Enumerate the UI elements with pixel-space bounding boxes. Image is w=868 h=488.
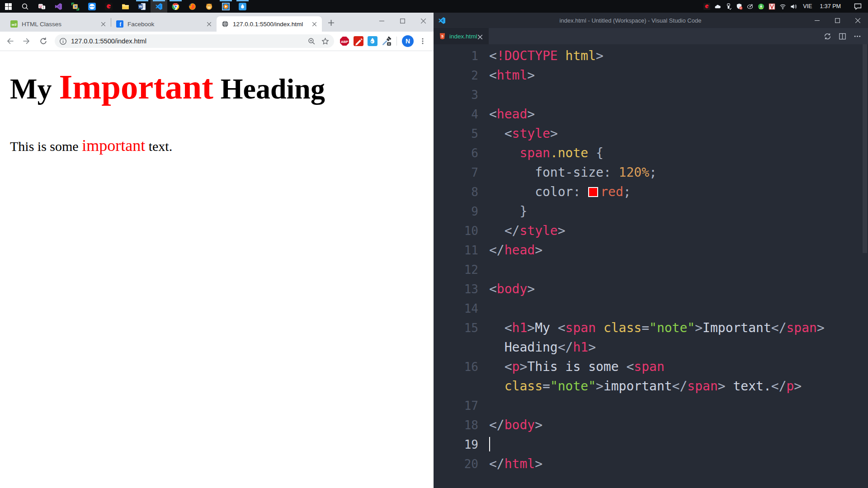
chrome-toolbar: 127.0.0.1:5500/index.html ABP N: [0, 32, 434, 51]
blue-drop-ext-icon[interactable]: [368, 36, 377, 46]
back-button[interactable]: [4, 35, 16, 47]
zoom-level-icon[interactable]: [307, 37, 316, 46]
adblock-plus-icon[interactable]: ABP: [340, 36, 349, 46]
defender-icon[interactable]: [736, 3, 743, 10]
split-editor-icon[interactable]: [839, 33, 846, 40]
code-text: [478, 437, 490, 452]
maximize-button[interactable]: [392, 13, 413, 29]
page-info-icon[interactable]: [59, 37, 67, 46]
code-editor[interactable]: 1<!DOCTYPE html>2<html>34<head>5 <style>…: [434, 44, 868, 488]
code-line[interactable]: 13<body>: [434, 279, 868, 299]
taskbar-unikey-button[interactable]: UI: [33, 0, 50, 13]
taskbar-start-button[interactable]: [0, 0, 17, 13]
taskbar-water-drop-button[interactable]: [234, 0, 251, 13]
code-text: color: red;: [478, 184, 631, 199]
forward-arrow-icon: [22, 37, 31, 46]
plus-icon: [328, 20, 334, 26]
taskbar-word-button[interactable]: W: [134, 0, 151, 13]
url-text[interactable]: 127.0.0.1:5500/index.html: [71, 38, 302, 45]
action-center-icon[interactable]: [854, 3, 862, 10]
code-line[interactable]: 9 }: [434, 202, 868, 221]
vscode-close-button[interactable]: [848, 13, 868, 28]
idm-icon[interactable]: [758, 3, 764, 10]
code-line[interactable]: Heading</h1>: [434, 338, 868, 357]
code-line[interactable]: 14: [434, 299, 868, 318]
new-tab-button[interactable]: [325, 16, 337, 29]
wifi-icon[interactable]: [779, 3, 786, 10]
code-line[interactable]: 19: [434, 435, 868, 454]
editor-tab-index-html[interactable]: 5 index.html: [434, 28, 489, 44]
address-bar[interactable]: 127.0.0.1:5500/index.html: [55, 34, 334, 48]
browser-tab-1[interactable]: w3HTML Classes: [5, 16, 111, 32]
vscode-minimize-button[interactable]: [807, 13, 827, 28]
volume-icon[interactable]: [790, 3, 797, 10]
code-line[interactable]: 5 <style>: [434, 124, 868, 143]
garena-tray-icon[interactable]: [703, 3, 710, 10]
vscode-maximize-button[interactable]: [827, 13, 848, 28]
tab-close-icon[interactable]: [310, 20, 318, 28]
code-line[interactable]: 15 <h1>My <span class="note">Important</…: [434, 318, 868, 338]
taskbar-file-explorer-button[interactable]: [117, 0, 134, 13]
reload-button[interactable]: [37, 35, 50, 47]
running-indicator: [136, 0, 148, 1]
code-line[interactable]: 6 span.note {: [434, 143, 868, 163]
tab-close-icon[interactable]: [99, 20, 107, 28]
code-line[interactable]: 12: [434, 260, 868, 279]
taskbar-vscode-button[interactable]: [151, 0, 167, 13]
code-line[interactable]: 17: [434, 396, 868, 415]
rendered-web-page: My Important Heading This is some import…: [0, 51, 434, 488]
tab-close-icon[interactable]: [478, 33, 484, 39]
taskbar-visual-studio-button[interactable]: [50, 0, 67, 13]
editor-tab-label: index.html: [449, 33, 478, 40]
clock[interactable]: 1:37 PM: [818, 3, 843, 9]
tab-close-icon[interactable]: [205, 20, 213, 28]
minimize-button[interactable]: [371, 13, 392, 29]
satellite-icon[interactable]: [747, 3, 754, 10]
code-line[interactable]: class="note">important</span> text.</p>: [434, 376, 868, 396]
more-actions-icon[interactable]: [854, 33, 861, 40]
sync-icon[interactable]: [824, 33, 831, 40]
taskbar-search-button[interactable]: [17, 0, 33, 13]
taskbar-garena-button[interactable]: [100, 0, 117, 13]
code-line[interactable]: 7 font-size: 120%;: [434, 163, 868, 182]
language-indicator[interactable]: VIE: [801, 3, 814, 9]
search-icon: [21, 3, 29, 10]
code-line[interactable]: 10 </style>: [434, 221, 868, 240]
code-text: [478, 301, 489, 316]
browser-tab-3[interactable]: 127.0.0.1:5500/index.html: [217, 16, 322, 32]
screen: UIW VIE 1:37 PM w3HTML ClassesfFacebook1…: [0, 0, 868, 488]
taskbar-lion-game-button[interactable]: [201, 0, 217, 13]
code-line[interactable]: 1<!DOCTYPE html>: [434, 46, 868, 66]
red-pen-ext-icon[interactable]: [354, 36, 363, 46]
bookmark-star-icon[interactable]: [321, 37, 330, 46]
taskbar-teamviewer-button[interactable]: [84, 0, 100, 13]
code-line[interactable]: 2<html>: [434, 66, 868, 85]
editor-scrollbar[interactable]: [863, 44, 867, 253]
browser-tab-2[interactable]: fFacebook: [111, 16, 217, 32]
vscode-tab-bar: 5 index.html: [434, 28, 868, 44]
close-button[interactable]: [413, 13, 434, 29]
onedrive-icon[interactable]: [714, 3, 721, 10]
code-line[interactable]: 4<head>: [434, 104, 868, 124]
line-number: 2: [434, 66, 478, 85]
code-line[interactable]: 11</head>: [434, 240, 868, 260]
v-scanner-icon[interactable]: [769, 3, 775, 10]
profile-avatar[interactable]: N: [402, 35, 414, 47]
code-line[interactable]: 3: [434, 85, 868, 104]
code-line[interactable]: 16 <p>This is some <span: [434, 357, 868, 376]
code-line[interactable]: 18</body>: [434, 415, 868, 435]
code-line[interactable]: 8 color: red;: [434, 182, 868, 202]
code-line[interactable]: 20</html>: [434, 454, 868, 474]
text-cursor: [489, 437, 490, 451]
snipping-tool-icon: [71, 3, 79, 10]
taskbar-firefox-button[interactable]: [184, 0, 201, 13]
taskbar-snipping-tool-button[interactable]: [67, 0, 84, 13]
taskbar-chrome-button[interactable]: [167, 0, 184, 13]
code-text: <html>: [478, 68, 535, 83]
color-swatch-icon[interactable]: [588, 187, 598, 197]
chrome-menu-button[interactable]: [417, 36, 428, 47]
color-picker-ext-icon[interactable]: [382, 36, 392, 46]
usb-device-icon[interactable]: [725, 3, 732, 10]
forward-button[interactable]: [20, 35, 33, 47]
taskbar-media-player-button[interactable]: [217, 0, 234, 13]
